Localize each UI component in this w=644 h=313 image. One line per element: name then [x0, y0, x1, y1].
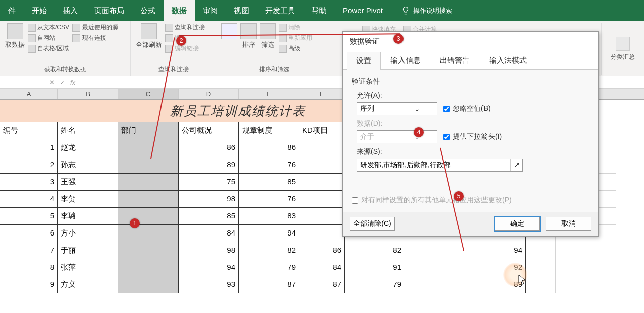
chevron-down-icon: ⌄	[397, 105, 437, 113]
dialog-tab-input-message[interactable]: 输入信息	[381, 51, 430, 69]
tell-me-search[interactable]: 操作说明搜索	[401, 6, 452, 15]
queries-connections-button[interactable]: 查询和连接	[165, 23, 205, 32]
subtotal-icon	[616, 37, 630, 51]
ribbon-tab-bar: 件 开始 插入 页面布局 公式 数据 审阅 视图 开发工具 帮助 Power P…	[0, 0, 644, 21]
source-input[interactable]	[357, 159, 510, 171]
tab-review[interactable]: 审阅	[195, 0, 226, 21]
data-validation-dialog: 数据验证 设置 输入信息 出错警告 输入法模式 验证条件 允许(A): 序列 ⌄…	[342, 31, 599, 237]
hdr-c2[interactable]: 规章制度	[239, 122, 299, 139]
source-label: 来源(S):	[357, 147, 589, 156]
tab-developer[interactable]: 开发工具	[257, 0, 303, 21]
sort-button[interactable]: 排序	[240, 23, 257, 49]
dialog-tab-ime-mode[interactable]: 输入法模式	[479, 51, 536, 69]
table-row[interactable]: 9方义9387877989	[0, 276, 644, 293]
col-header-b[interactable]: B	[58, 89, 118, 99]
col-header-f[interactable]: F	[299, 89, 345, 99]
col-header-a[interactable]: A	[0, 89, 58, 99]
allow-value: 序列	[357, 104, 397, 113]
tab-home[interactable]: 开始	[24, 0, 55, 21]
hdr-c3[interactable]: KD项目	[299, 122, 345, 139]
hdr-name[interactable]: 姓名	[58, 122, 118, 139]
dialog-title: 数据验证	[343, 32, 598, 51]
table-row[interactable]: 8张萍9479849192	[0, 259, 644, 276]
recent-sources-button[interactable]: 最近使用的源	[72, 23, 118, 32]
dialog-tab-error-alert[interactable]: 出错警告	[430, 51, 479, 69]
lightbulb-icon	[401, 6, 410, 15]
in-cell-dropdown-checkbox[interactable]: 提供下拉箭头(I)	[443, 132, 502, 141]
from-text-csv-button[interactable]: 从文本/CSV	[28, 23, 69, 32]
tab-help[interactable]: 帮助	[303, 0, 335, 21]
data-label: 数据(D):	[357, 119, 589, 128]
validation-criteria-label: 验证条件	[352, 77, 589, 86]
tab-formulas[interactable]: 公式	[132, 0, 164, 21]
tell-me-label: 操作说明搜索	[413, 6, 452, 15]
hdr-id[interactable]: 编号	[0, 122, 58, 139]
annotation-badge-3: 3	[393, 34, 404, 44]
annotation-badge-5: 5	[454, 191, 464, 201]
cursor-icon	[518, 274, 527, 285]
annotation-badge-4: 4	[414, 127, 424, 137]
source-input-wrapper	[357, 159, 523, 172]
from-table-button[interactable]: 自表格/区域	[28, 44, 69, 53]
allow-combo[interactable]: 序列 ⌄	[357, 102, 437, 115]
tab-page-layout[interactable]: 页面布局	[86, 0, 132, 21]
ok-button[interactable]: 确定	[495, 217, 540, 231]
tab-file[interactable]: 件	[0, 0, 24, 21]
clear-all-button[interactable]: 全部清除(C)	[350, 217, 395, 231]
dialog-tabs: 设置 输入信息 出错警告 输入法模式	[343, 51, 598, 70]
cancel-button[interactable]: 取消	[546, 217, 591, 231]
subtotal-label[interactable]: 分类汇总	[611, 53, 635, 61]
advanced-filter-button[interactable]: 高级	[279, 44, 312, 53]
dialog-tab-settings[interactable]: 设置	[347, 52, 381, 70]
ribbon-group-outline: 分类汇总	[601, 23, 644, 75]
ignore-blank-checkbox[interactable]: 忽略空值(B)	[443, 104, 491, 113]
group-sort-filter: 排序和筛选	[221, 64, 327, 74]
group-queries-connections: 查询和连接	[136, 64, 211, 74]
annotation-badge-2: 2	[176, 36, 186, 46]
confirm-formula-icon[interactable]: ✓	[60, 79, 65, 86]
hdr-c1[interactable]: 公司概况	[179, 122, 239, 139]
fx-icon[interactable]: fx	[70, 79, 75, 86]
apply-all-checkbox[interactable]: 对有同样设置的所有其他单元格应用这些更改(P)	[352, 196, 589, 205]
tab-data[interactable]: 数据	[164, 0, 195, 21]
filter-button[interactable]: 筛选	[260, 23, 276, 49]
data-value: 介于	[357, 132, 397, 141]
data-combo: 介于 ⌄	[357, 130, 437, 143]
col-header-d[interactable]: D	[179, 89, 239, 99]
clear-filter-button[interactable]: 清除	[279, 23, 312, 32]
refresh-all-button[interactable]: 全部刷新	[136, 23, 162, 49]
col-header-e[interactable]: E	[239, 89, 299, 99]
col-header-c[interactable]: C	[118, 89, 179, 99]
tab-powerpivot[interactable]: Power Pivot	[335, 0, 391, 21]
group-get-transform: 获取和转换数据	[5, 64, 125, 74]
tab-view[interactable]: 视图	[226, 0, 257, 21]
existing-connections-button[interactable]: 现有连接	[72, 34, 118, 42]
range-picker-icon[interactable]	[510, 159, 522, 171]
tab-insert[interactable]: 插入	[55, 0, 86, 21]
get-data-button[interactable]: 取数据	[5, 23, 25, 49]
from-web-button[interactable]: 自网站	[28, 34, 69, 42]
table-row[interactable]: 7于丽9882868294	[0, 242, 644, 259]
hdr-dept[interactable]: 部门	[118, 122, 179, 139]
name-box[interactable]	[0, 76, 45, 88]
allow-label: 允许(A):	[357, 91, 589, 100]
cancel-formula-icon[interactable]: ✕	[49, 79, 55, 86]
annotation-badge-1: 1	[130, 218, 140, 228]
sort-az-button[interactable]	[221, 23, 237, 39]
